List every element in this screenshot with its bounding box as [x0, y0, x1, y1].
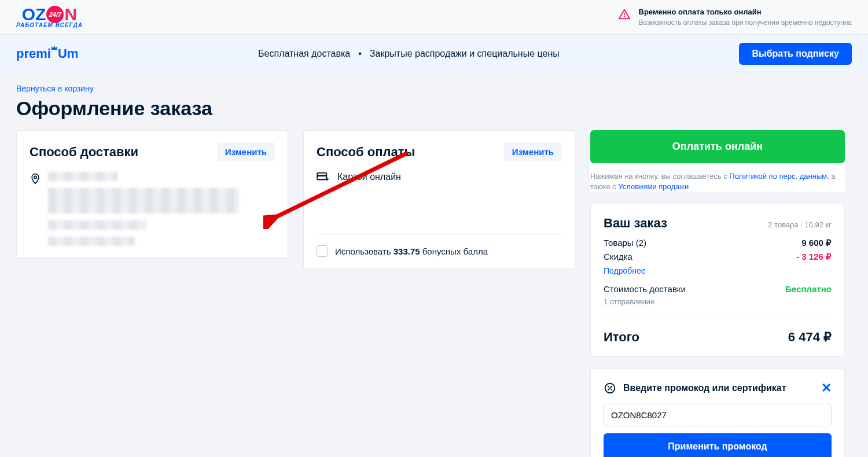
shipping-value: Бесплатно [785, 284, 832, 294]
privacy-policy-link[interactable]: Политикой по перс. данным [729, 172, 827, 180]
discount-label: Скидка [604, 252, 632, 261]
total-value: 6 474 ₽ [788, 330, 832, 345]
pay-block: Оплатить онлайн Нажимая на кнопку, вы со… [590, 130, 845, 192]
svg-point-0 [623, 16, 624, 17]
logo-tagline: РАБОТАЕМ ВСЕГДА [16, 23, 83, 28]
total-label: Итого [604, 330, 639, 345]
svg-point-6 [608, 386, 609, 387]
svg-point-2 [34, 176, 36, 178]
close-promo-icon[interactable]: ✕ [821, 381, 832, 396]
shipping-label: Стоимость доставки [604, 284, 686, 294]
discount-details-link[interactable]: Подробнее [604, 266, 646, 275]
warning-icon [618, 8, 631, 21]
svg-point-7 [611, 389, 612, 390]
goods-value: 9 600 ₽ [801, 238, 832, 248]
premium-bar: premi Um Бесплатная доставка • Закрытые … [0, 35, 868, 73]
payment-card: Способ оплаты Изменить Картой онлайн Исп… [303, 130, 575, 269]
change-payment-button[interactable]: Изменить [504, 142, 562, 161]
payment-title: Способ оплаты [317, 145, 415, 160]
order-title: Ваш заказ [604, 216, 667, 231]
delivery-card: Способ доставки Изменить [16, 130, 288, 258]
location-pin-icon [30, 173, 41, 185]
promo-header: Введите промокод или сертификат [623, 383, 786, 393]
checkbox-icon [317, 245, 328, 257]
promo-icon [604, 382, 616, 395]
order-summary-card: Ваш заказ 2 товара · 10.92 кг Товары (2)… [590, 204, 845, 357]
logo-247-badge: 24/7 [46, 6, 64, 23]
premium-benefit-2: Закрытые распродажи и специальные цены [370, 49, 560, 59]
bonus-label: Использовать 333.75 бонусных балла [335, 246, 488, 256]
back-to-cart-link[interactable]: Вернуться в корзину [16, 84, 94, 93]
site-logo[interactable]: OZ 24/7 N РАБОТАЕМ ВСЕГДА [16, 6, 83, 28]
sale-terms-link[interactable]: Условиями продажи [618, 182, 689, 191]
premium-benefit-1: Бесплатная доставка [258, 49, 350, 59]
promo-code-input[interactable] [604, 404, 832, 426]
delivery-title: Способ доставки [30, 145, 138, 160]
payment-notice: Временно оплата только онлайн Возможност… [618, 7, 852, 28]
choose-subscription-button[interactable]: Выбрать подписку [739, 43, 852, 65]
use-bonus-checkbox[interactable]: Использовать 333.75 бонусных балла [317, 234, 562, 257]
premium-benefits: Бесплатная доставка • Закрытые распродаж… [78, 49, 739, 59]
shipping-sub: 1 отправление [604, 297, 832, 306]
separator-dot: • [358, 49, 362, 59]
top-notice-bar: OZ 24/7 N РАБОТАЕМ ВСЕГДА Временно оплат… [0, 0, 868, 35]
goods-label: Товары (2) [604, 238, 646, 248]
notice-subtitle: Возможность оплаты заказа при получении … [639, 18, 852, 27]
logo-text: OZ 24/7 N [22, 6, 77, 23]
apply-promo-button[interactable]: Применить промокод [604, 433, 832, 457]
notice-title: Временно оплата только онлайн [639, 7, 852, 17]
promo-card: Введите промокод или сертификат ✕ Примен… [590, 368, 845, 457]
discount-value: - 3 126 ₽ [796, 252, 832, 262]
payment-method: Картой онлайн [337, 172, 401, 182]
svg-rect-1 [624, 13, 625, 16]
agreement-text: Нажимая на кнопку, вы соглашаетесь с Пол… [590, 171, 845, 192]
order-meta: 2 товара · 10.92 кг [768, 220, 832, 229]
card-icon [317, 172, 329, 182]
page-title: Оформление заказа [16, 97, 852, 120]
premium-logo[interactable]: premi Um [16, 46, 78, 61]
change-delivery-button[interactable]: Изменить [217, 142, 275, 161]
blurred-address [48, 172, 239, 246]
pay-online-button[interactable]: Оплатить онлайн [590, 130, 845, 163]
svg-rect-4 [317, 175, 326, 176]
